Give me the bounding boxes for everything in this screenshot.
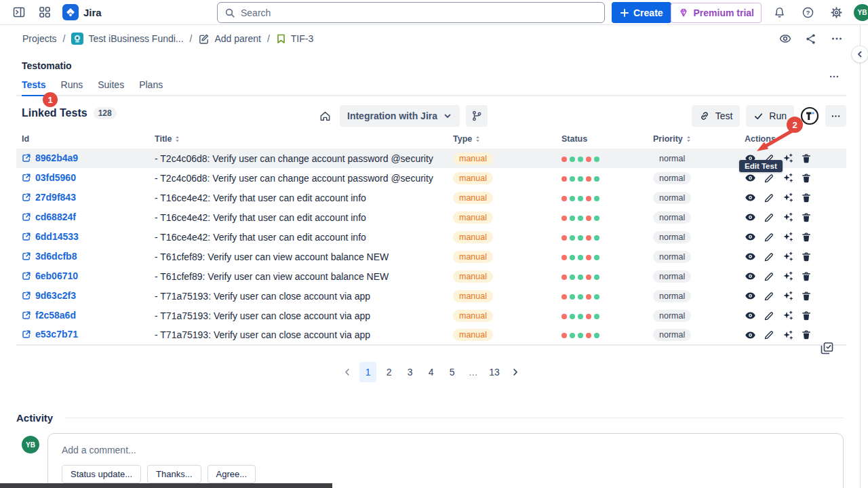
share-button[interactable] — [801, 29, 821, 49]
view-test-button[interactable] — [745, 310, 756, 321]
test-id-link[interactable]: 27d9f843 — [22, 192, 76, 203]
view-test-button[interactable] — [745, 172, 756, 184]
bulk-select-button[interactable] — [819, 341, 834, 356]
delete-test-button[interactable] — [801, 212, 812, 223]
table-row[interactable]: 9d63c2f3 - T71a75193: Verify user can cl… — [16, 286, 846, 306]
delete-test-button[interactable] — [801, 192, 812, 203]
page-button[interactable]: 2 — [380, 362, 397, 382]
breadcrumb-projects[interactable]: Projects — [22, 33, 57, 44]
quick-reply-button[interactable]: Status update... — [62, 465, 141, 483]
edit-test-button[interactable] — [764, 192, 774, 203]
notifications-button[interactable] — [768, 2, 790, 24]
prev-page-button[interactable] — [338, 362, 355, 382]
test-id-link[interactable]: 8962b4a9 — [22, 152, 78, 163]
edit-test-button[interactable] — [764, 291, 774, 302]
ai-sparkles-button[interactable] — [782, 231, 793, 243]
ai-sparkles-button[interactable] — [782, 329, 793, 341]
table-row[interactable]: 6dd14533 - T16ce4e42: Verify that user c… — [16, 227, 846, 247]
table-row[interactable]: 3d6dcfb8 - T61cfef89: Verify user can vi… — [16, 247, 846, 266]
sidebar-toggle-button[interactable] — [8, 1, 30, 23]
test-id-link[interactable]: 9d63c2f3 — [22, 290, 76, 301]
app-switcher-button[interactable] — [34, 1, 56, 23]
edit-test-button[interactable] — [764, 329, 774, 340]
test-id-link[interactable]: 3d6dcfb8 — [22, 251, 77, 262]
table-column-header[interactable]: Priority — [648, 131, 739, 148]
table-column-header[interactable]: Title — [149, 131, 448, 148]
link-test-button[interactable]: Test — [692, 105, 741, 127]
branch-selector[interactable]: Integration with Jira — [340, 105, 460, 127]
test-id-link[interactable]: f2c58a6d — [22, 310, 76, 321]
table-row[interactable]: cd68824f - T16ce4e42: Verify that user c… — [16, 207, 846, 227]
delete-test-button[interactable] — [801, 310, 812, 321]
edit-test-button[interactable] — [764, 251, 774, 262]
delete-test-button[interactable] — [801, 232, 812, 243]
premium-trial-button[interactable]: Premium trial — [671, 3, 762, 23]
table-row[interactable]: 03fd5960 - T2c4c06d8: Verify user can ch… — [16, 168, 846, 188]
panel-tab[interactable]: Suites — [98, 79, 124, 96]
delete-test-button[interactable] — [801, 329, 812, 340]
page-button[interactable]: 13 — [486, 362, 503, 382]
breadcrumb-add-parent[interactable]: Add parent — [198, 33, 261, 45]
view-test-button[interactable] — [745, 192, 756, 203]
panel-tab[interactable]: Tests — [22, 79, 46, 96]
view-test-button[interactable] — [745, 211, 756, 223]
user-avatar[interactable]: YB — [854, 4, 868, 21]
test-id-link[interactable]: 03fd5960 — [22, 172, 76, 183]
git-branch-button[interactable] — [466, 105, 488, 127]
home-button[interactable] — [316, 107, 334, 125]
breadcrumb-issue[interactable]: TIF-3 — [276, 33, 313, 44]
quick-reply-button[interactable]: Thanks... — [147, 465, 201, 483]
view-test-button[interactable] — [745, 290, 756, 302]
test-id-link[interactable]: 6dd14533 — [22, 231, 79, 242]
table-row[interactable]: 27d9f843 - T16ce4e42: Verify that user c… — [16, 188, 846, 207]
panel-collapse-button[interactable] — [851, 45, 868, 63]
comment-box[interactable]: Add a comment... Status update...Thanks.… — [47, 433, 844, 488]
test-id-link[interactable]: 6eb06710 — [22, 270, 78, 281]
page-button[interactable]: 1 — [359, 362, 376, 382]
panel-tab[interactable]: Plans — [139, 79, 163, 96]
quick-reply-button[interactable]: Agree... — [208, 465, 256, 483]
view-test-button[interactable] — [745, 329, 756, 341]
table-column-header[interactable]: Type — [448, 131, 556, 148]
edit-test-button[interactable] — [764, 212, 774, 223]
settings-button[interactable] — [825, 2, 847, 24]
edit-test-button[interactable] — [764, 310, 774, 321]
delete-test-button[interactable] — [801, 173, 812, 184]
breadcrumb-more-button[interactable] — [827, 29, 846, 49]
delete-test-button[interactable] — [801, 291, 812, 302]
edit-test-button[interactable] — [764, 232, 774, 243]
comment-input[interactable]: Add a comment... — [62, 445, 829, 455]
panel-more-button[interactable] — [823, 66, 845, 87]
testomatio-logo-button[interactable] — [800, 106, 819, 125]
ai-sparkles-button[interactable] — [782, 172, 793, 184]
page-button[interactable]: 3 — [401, 362, 418, 382]
table-row[interactable]: 6eb06710 - T61cfef89: Verify user can vi… — [16, 266, 846, 286]
help-button[interactable]: ? — [797, 2, 818, 24]
page-button[interactable]: 5 — [443, 362, 460, 382]
table-row[interactable]: 8962b4a9 - T2c4c06d8: Verify user can ch… — [16, 148, 846, 168]
breadcrumb-project[interactable]: Test iBusiness Fundi... — [71, 33, 183, 45]
ai-sparkles-button[interactable] — [782, 270, 793, 282]
jira-brand[interactable]: Jira — [62, 4, 102, 20]
edit-test-button[interactable] — [764, 271, 774, 282]
view-test-button[interactable] — [745, 251, 756, 262]
delete-test-button[interactable] — [801, 251, 812, 262]
ai-sparkles-button[interactable] — [782, 251, 793, 262]
create-button[interactable]: Create — [612, 2, 671, 23]
ai-sparkles-button[interactable] — [782, 290, 793, 302]
ai-sparkles-button[interactable] — [782, 192, 793, 203]
page-button[interactable]: 4 — [422, 362, 439, 382]
view-test-button[interactable] — [745, 231, 756, 243]
panel-tab[interactable]: Runs — [61, 79, 83, 96]
view-test-button[interactable] — [745, 270, 756, 282]
watch-button[interactable] — [775, 29, 795, 49]
ai-sparkles-button[interactable] — [782, 310, 793, 321]
edit-test-button[interactable] — [764, 173, 774, 184]
toolbar-more-button[interactable] — [825, 105, 846, 127]
test-id-link[interactable]: cd68824f — [22, 211, 76, 222]
table-row[interactable]: f2c58a6d - T71a75193: Verify user can cl… — [16, 306, 846, 325]
delete-test-button[interactable] — [801, 271, 812, 282]
test-id-link[interactable]: e53c7b71 — [22, 329, 78, 340]
ai-sparkles-button[interactable] — [782, 211, 793, 223]
next-page-button[interactable] — [507, 362, 524, 382]
